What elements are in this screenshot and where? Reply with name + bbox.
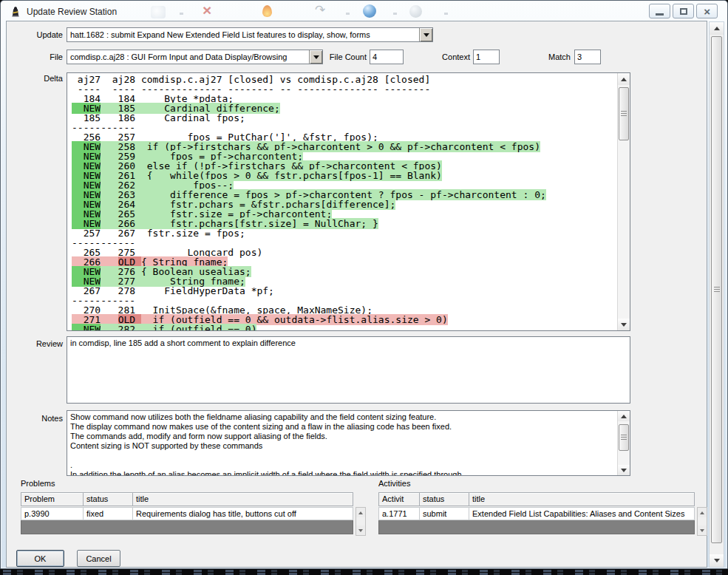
scroll-up-icon bbox=[621, 415, 627, 418]
screen: Update Review Station × ↷ × Update hatt.… bbox=[0, 0, 728, 575]
table-row[interactable]: p.3990fixedRequirements dialog has title… bbox=[21, 507, 353, 520]
notes-scrollbar[interactable] bbox=[617, 411, 630, 475]
cancel-button[interactable]: Cancel bbox=[77, 550, 120, 567]
activities-table-scrollbar[interactable] bbox=[697, 507, 707, 536]
close-icon: × bbox=[704, 6, 710, 17]
scroll-down-icon bbox=[621, 323, 627, 327]
window-scrollbar-thumb[interactable] bbox=[711, 36, 722, 543]
minimize-icon bbox=[656, 13, 664, 16]
titlebar[interactable]: Update Review Station × ↷ × bbox=[1, 1, 727, 21]
ghost-dot-icon bbox=[444, 13, 448, 15]
notes-text: Show command now utilizes both the field… bbox=[67, 411, 616, 475]
scroll-down-button[interactable] bbox=[698, 525, 707, 535]
scroll-up-icon bbox=[700, 511, 704, 514]
update-combobox[interactable]: hatt.1682 : submit Expand New Extended F… bbox=[67, 27, 433, 42]
scroll-up-button[interactable] bbox=[618, 411, 630, 421]
delta-view[interactable]: aj27 aj28 comdisp.c.aj27 [closed] vs com… bbox=[67, 72, 630, 331]
delta-line: 257 267 fstr.size = fpos; bbox=[72, 228, 615, 238]
match-label: Match bbox=[537, 52, 571, 61]
activities-label: Activities bbox=[378, 479, 410, 488]
column-header[interactable]: title bbox=[133, 492, 353, 506]
scroll-up-icon bbox=[621, 78, 627, 81]
scroll-up-button[interactable] bbox=[618, 73, 630, 85]
context-label: Context bbox=[433, 52, 470, 61]
app-icon bbox=[10, 6, 21, 18]
undo-arrow-icon: ↷ bbox=[315, 4, 325, 16]
minimize-button[interactable] bbox=[649, 4, 670, 18]
scroll-down-icon bbox=[621, 469, 627, 472]
column-header[interactable]: Activit bbox=[378, 492, 420, 506]
notes-scrollbar-thumb[interactable] bbox=[619, 424, 629, 451]
scroll-down-icon bbox=[358, 529, 363, 532]
scroll-down-button[interactable] bbox=[710, 554, 724, 567]
scroll-down-icon bbox=[700, 529, 704, 532]
cell: Requirements dialog has title, buttons c… bbox=[133, 507, 353, 520]
update-combobox-value: hatt.1682 : submit Expand New Extended F… bbox=[67, 30, 419, 39]
delta-scrollbar[interactable] bbox=[617, 73, 630, 330]
scroll-up-button[interactable] bbox=[710, 22, 724, 35]
problems-label: Problems bbox=[21, 479, 55, 488]
table-hscroll-track[interactable] bbox=[21, 520, 353, 534]
delta-line: NEW 282 if (outfield == 0) bbox=[72, 324, 615, 331]
maximize-button[interactable] bbox=[673, 4, 694, 18]
scroll-up-button[interactable] bbox=[356, 508, 365, 517]
grip-icon bbox=[714, 287, 720, 293]
scroll-up-icon bbox=[714, 27, 720, 30]
ghost-dot-icon bbox=[393, 13, 397, 15]
file-combobox[interactable]: comdisp.c.aj28 : GUI Form Input and Data… bbox=[67, 50, 323, 64]
ghost-dot-icon bbox=[180, 13, 183, 15]
column-header[interactable]: title bbox=[469, 492, 695, 506]
delta-lines: aj27 aj28 comdisp.c.aj27 [closed] vs com… bbox=[72, 75, 615, 330]
context-input[interactable] bbox=[473, 50, 500, 64]
grip-icon bbox=[621, 111, 627, 117]
review-textarea[interactable]: in comdisp, line 185 add a short comment… bbox=[67, 336, 630, 404]
notes-textarea[interactable]: Show command now utilizes both the field… bbox=[67, 410, 630, 476]
window-scrollbar[interactable] bbox=[709, 21, 724, 568]
problems-table: Problemstatustitlep.3990fixedRequirement… bbox=[21, 492, 353, 534]
window-title: Update Review Station bbox=[27, 7, 117, 17]
grip-icon bbox=[621, 435, 627, 440]
ghost-close-icon: × bbox=[203, 3, 211, 18]
update-label: Update bbox=[0, 30, 63, 39]
file-count-label: File Count bbox=[318, 52, 367, 61]
table-hscroll-track[interactable] bbox=[378, 520, 695, 534]
table-header-row[interactable]: Activitstatustitle bbox=[378, 492, 695, 506]
cell: fixed bbox=[84, 507, 133, 520]
file-label: File bbox=[0, 52, 63, 61]
flame-icon bbox=[262, 5, 272, 17]
column-header[interactable]: status bbox=[420, 492, 469, 506]
scroll-up-button[interactable] bbox=[698, 508, 707, 517]
scroll-down-icon bbox=[714, 559, 720, 562]
ok-button[interactable]: OK bbox=[16, 550, 64, 567]
column-header[interactable]: Problem bbox=[21, 492, 84, 506]
review-label: Review bbox=[0, 339, 63, 348]
maximize-icon bbox=[680, 8, 687, 15]
activities-table: Activitstatustitlea.1771submitExtended F… bbox=[378, 492, 695, 534]
cell: Extended Field List Capabilities: Aliase… bbox=[469, 507, 695, 520]
scroll-up-icon bbox=[358, 511, 363, 514]
scroll-down-button[interactable] bbox=[356, 525, 365, 535]
delta-line: 185 186 Cardinal fpos; bbox=[72, 113, 615, 123]
table-row[interactable]: a.1771submitExtended Field List Capabili… bbox=[378, 507, 695, 520]
column-header[interactable]: status bbox=[84, 492, 133, 506]
delta-label: Delta bbox=[0, 74, 63, 83]
file-count-input[interactable] bbox=[370, 50, 404, 64]
ghost-dot-icon bbox=[346, 13, 350, 15]
problems-table-scrollbar[interactable] bbox=[356, 507, 366, 536]
cell: a.1771 bbox=[378, 507, 420, 520]
scroll-down-button[interactable] bbox=[618, 465, 630, 475]
notes-label: Notes bbox=[0, 414, 63, 423]
background-window-strip bbox=[0, 569, 728, 575]
cell: submit bbox=[420, 507, 469, 520]
delta-scrollbar-thumb[interactable] bbox=[619, 87, 629, 140]
match-input[interactable] bbox=[574, 50, 601, 64]
scroll-down-button[interactable] bbox=[618, 319, 630, 330]
delta-line: 267 278 FieldHyperData *pf; bbox=[72, 286, 615, 296]
ghost-window-icon bbox=[151, 6, 166, 18]
table-header-row[interactable]: Problemstatustitle bbox=[21, 492, 353, 506]
file-combobox-value: comdisp.c.aj28 : GUI Form Input and Data… bbox=[67, 52, 309, 61]
disc-icon bbox=[409, 5, 422, 18]
close-button[interactable]: × bbox=[696, 4, 718, 18]
globe-icon bbox=[363, 4, 376, 18]
update-combobox-arrow[interactable] bbox=[419, 28, 432, 41]
